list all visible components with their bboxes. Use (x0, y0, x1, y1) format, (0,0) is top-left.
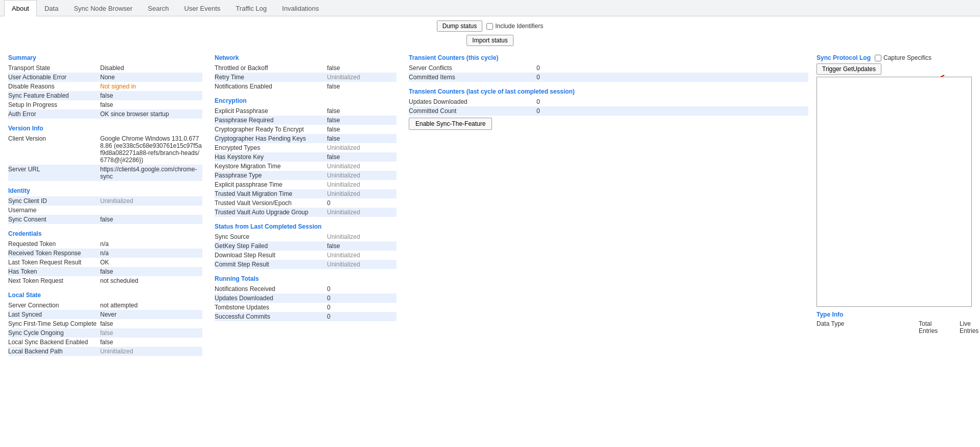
tcl-val-0: 0 (536, 98, 540, 105)
tab-search[interactable]: Search (140, 0, 176, 16)
local-row-0: Server Connection not attempted (8, 301, 202, 310)
sync-protocol-header: Sync Protocol Log Capture Specifics (816, 54, 972, 61)
local-row-4: Local Sync Backend Enabled false (8, 338, 202, 347)
tab-user-events[interactable]: User Events (177, 0, 228, 16)
identity-key-1: Username (8, 207, 100, 214)
net-val-0: false (327, 64, 340, 72)
summary-key-0: Transport State (8, 64, 100, 72)
enc-val-0: false (327, 107, 340, 115)
identity-title: Identity (8, 187, 202, 194)
enc-key-6: Keystore Migration Time (215, 163, 327, 170)
summary-row-1: User Actionable Error None (8, 73, 202, 82)
enc-row-1: Passphrase Required false (215, 116, 396, 125)
tc-row-0: Server Conflicts 0 (409, 63, 808, 73)
rt-val-1: 0 (327, 295, 331, 302)
cred-val-3: false (100, 268, 113, 275)
sls-row-0: Sync Source Uninitialized (215, 232, 396, 241)
enc-val-10: 0 (327, 199, 331, 207)
tab-data[interactable]: Data (37, 0, 66, 16)
rt-row-0: Notifications Received 0 (215, 284, 396, 294)
version-info-title: Version Info (8, 125, 202, 132)
tc-row-1: Committed Items 0 (409, 73, 808, 82)
tcl-val-1: 0 (536, 107, 540, 115)
cred-val-4: not scheduled (100, 277, 138, 284)
tcl-row-1: Committed Count 0 (409, 106, 808, 116)
summary-row-3: Sync Feature Enabled false (8, 91, 202, 100)
dump-status-button[interactable]: Dump status (437, 20, 482, 32)
encryption-title: Encryption (215, 97, 396, 104)
include-identifiers-label[interactable]: Include Identifiers (486, 23, 543, 30)
identity-row-1: Username (8, 206, 202, 215)
summary-val-4: false (100, 101, 113, 108)
enc-row-5: Has Keystore Key false (215, 152, 396, 162)
rt-row-3: Successful Commits 0 (215, 312, 396, 321)
summary-row-5: Auth Error OK since browser startup (8, 109, 202, 119)
rt-val-2: 0 (327, 304, 331, 311)
enc-val-5: false (327, 153, 340, 161)
capture-specifics-label[interactable]: Capture Specifics (875, 54, 931, 61)
enc-row-4: Encrypted Types Uninitialized (215, 143, 396, 152)
version-row-1: Server URL https://clients4.google.com/c… (8, 165, 202, 181)
net-val-1: Uninitialized (327, 74, 360, 81)
tab-about[interactable]: About (4, 0, 37, 16)
tab-traffic-log[interactable]: Traffic Log (228, 0, 274, 16)
summary-row-2: Disable Reasons Not signed in (8, 82, 202, 91)
tc-val-1: 0 (536, 74, 540, 81)
enc-key-1: Passphrase Required (215, 117, 327, 124)
sls-key-1: GetKey Step Failed (215, 242, 327, 250)
enc-key-3: Cryptographer Has Pending Keys (215, 135, 327, 142)
cred-row-0: Requested Token n/a (8, 239, 202, 249)
identity-val-0: Uninitialized (100, 197, 133, 205)
enc-key-7: Passphrase Type (215, 172, 327, 179)
rt-key-3: Successful Commits (215, 313, 327, 320)
rt-key-2: Tombstone Updates (215, 304, 327, 311)
local-key-2: Sync First-Time Setup Complete (8, 320, 100, 327)
enc-key-9: Trusted Vault Migration Time (215, 190, 327, 197)
net-key-2: Notifications Enabled (215, 83, 327, 90)
middle-column: Network Throttled or Backoff false Retry… (202, 54, 396, 356)
local-val-5: Uninitialized (100, 348, 133, 355)
local-val-3: false (100, 329, 113, 337)
import-status-button[interactable]: Import status (466, 35, 513, 46)
sls-key-3: Commit Step Result (215, 261, 327, 268)
summary-title: Summary (8, 54, 202, 61)
tab-invalidations[interactable]: Invalidations (274, 0, 326, 16)
cred-val-0: n/a (100, 240, 109, 248)
net-row-0: Throttled or Backoff false (215, 63, 396, 73)
enc-val-3: false (327, 135, 340, 142)
sls-key-2: Download Step Result (215, 252, 327, 259)
identity-key-2: Sync Consent (8, 216, 100, 223)
sls-val-1: false (327, 242, 340, 250)
cred-row-4: Next Token Request not scheduled (8, 276, 202, 285)
enc-val-1: false (327, 117, 340, 124)
cred-row-1: Received Token Response n/a (8, 249, 202, 258)
capture-specifics-checkbox[interactable] (875, 55, 881, 61)
local-row-3: Sync Cycle Ongoing false (8, 328, 202, 338)
type-info-header: Data Type Total Entries Live Entries Mes… (816, 320, 972, 334)
cred-val-2: OK (100, 259, 109, 266)
enc-key-0: Explicit Passphrase (215, 107, 327, 115)
enc-row-8: Explicit passphrase Time Uninitialized (215, 180, 396, 189)
credentials-title: Credentials (8, 230, 202, 237)
enable-sync-button[interactable]: Enable Sync-The-Feature (409, 118, 492, 130)
transient-counters-title: Transient Counters (this cycle) (409, 54, 808, 61)
cred-key-3: Has Token (8, 268, 100, 275)
type-info-col-0: Data Type (816, 320, 919, 334)
rt-val-0: 0 (327, 285, 331, 293)
enc-row-2: Cryptographer Ready To Encrypt false (215, 125, 396, 134)
tab-sync-node-browser[interactable]: Sync Node Browser (66, 0, 140, 16)
summary-key-3: Sync Feature Enabled (8, 92, 100, 99)
local-state-title: Local State (8, 292, 202, 299)
identity-row-2: Sync Consent false (8, 215, 202, 224)
cred-row-3: Has Token false (8, 267, 202, 276)
include-identifiers-checkbox[interactable] (486, 23, 493, 30)
enc-row-0: Explicit Passphrase false (215, 106, 396, 116)
network-title: Network (215, 54, 396, 61)
net-key-0: Throttled or Backoff (215, 64, 327, 72)
trigger-getupdates-button[interactable]: Trigger GetUpdates (816, 63, 881, 75)
local-val-2: false (100, 320, 113, 327)
left-column: Summary Transport State Disabled User Ac… (8, 54, 202, 356)
sls-row-2: Download Step Result Uninitialized (215, 251, 396, 260)
tcl-key-1: Committed Count (409, 107, 536, 115)
rt-row-2: Tombstone Updates 0 (215, 303, 396, 312)
